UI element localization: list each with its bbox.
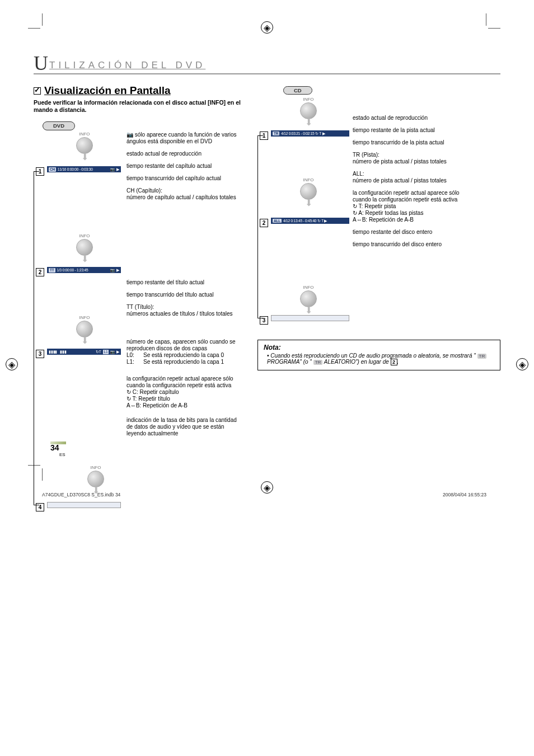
ref-step-2: 2 xyxy=(391,359,397,365)
callout-tt-elapsed: tiempo transcurrido del título actual xyxy=(127,292,244,298)
callout-cd-disc-remain: tiempo restante del disco entero xyxy=(353,229,470,236)
osd-bar-dvd-3: ▮▮▮▮ ▮▮▮ ↻TL1📷▶ xyxy=(47,349,121,355)
info-button-icon: INFO ⬇ xyxy=(300,97,317,126)
registration-mark-top xyxy=(261,21,273,34)
page-number: 34 ES xyxy=(50,442,66,457)
info-button-icon: INFO ⬇ xyxy=(76,233,93,262)
osd-bar-dvd-1: CH 11/16 0:00:00 - 0:03:30 📷▶ xyxy=(47,166,121,172)
callout-cd-disc-elapsed: tiempo transcurrido del disco entero xyxy=(353,241,470,248)
osd-bar-empty xyxy=(271,315,349,321)
repeat-icon: ↻ xyxy=(127,396,133,402)
osd-bar-cd-2: ALL 4/12 0:13:45 - 0:45:40 ↻ T ▶ xyxy=(271,218,349,224)
footer: A74GDUE_LD370SC8 S_ES.indb 34 2008/04/04… xyxy=(42,492,486,497)
callout-bitrate: indicación de la tasa de bits para la ca… xyxy=(127,417,244,437)
callout-ch-remain: tiempo restante del capítulo actual xyxy=(127,163,244,170)
callout-repeat: la configuración repetir actual aparece … xyxy=(127,375,244,409)
bitrate-icon: ▮▮▮▮ ▮▮▮ xyxy=(49,350,66,354)
callout-ch-elapsed: tiempo transcurrido del capítulo actual xyxy=(127,175,244,182)
callout-layer: número de capas, aparecen sólo cuando se… xyxy=(127,339,244,365)
angle-icon: 📷 xyxy=(110,167,115,172)
footer-filename: A74GDUE_LD370SC8 S_ES.indb 34 xyxy=(42,492,120,497)
section-title-text: TILIZACIÓN DEL DVD xyxy=(49,60,205,73)
callout-tt-remain: tiempo restante del título actual xyxy=(127,279,244,286)
repeat-icon: ↻ xyxy=(127,389,133,395)
intro-text: Puede verificar la información relaciona… xyxy=(34,99,246,114)
footer-timestamp: 2008/04/04 16:55:23 xyxy=(443,492,486,497)
callout-cd-tr: TR (Pista): número de pista actual / pis… xyxy=(353,152,470,165)
callout-cd-tr-elapsed: tiempo transcurrido de la pista actual xyxy=(353,139,470,146)
callout-angle: 📷 sólo aparece cuando la función de vari… xyxy=(127,132,244,145)
crop-mark xyxy=(488,28,500,29)
step-marker-3: 3 xyxy=(36,350,44,358)
tree-bracket xyxy=(257,135,260,318)
section-title: U TILIZACIÓN DEL DVD xyxy=(34,53,500,74)
crop-mark xyxy=(486,13,486,26)
callout-ch-number: CH (Capítulo): número de capítulo actual… xyxy=(127,187,244,201)
note-title: Nota: xyxy=(264,344,494,351)
info-button-icon: INFO ⬇ xyxy=(76,315,93,344)
callout-cd-all: ALL: número de pista actual / pistas tot… xyxy=(353,171,470,184)
cd-pill: CD xyxy=(283,86,312,95)
subsection-heading: Visualización en Pantalla xyxy=(34,84,246,97)
callout-tt-number: TT (Título): números actuales de títulos… xyxy=(127,304,244,317)
tr-pill: TR xyxy=(477,354,487,359)
osd-bar-cd-1: TR 4/12 0:03:21 - 0:02:15 ↻ T ▶ xyxy=(271,130,349,137)
callout-cd-repeat: la configuración repetir actual aparece … xyxy=(353,190,470,223)
tree-bracket xyxy=(34,171,36,505)
tr-pill: TR xyxy=(313,360,323,365)
checkbox-icon xyxy=(34,87,41,95)
note-box: Nota: Cuando está reproduciendo un CD de… xyxy=(257,340,500,370)
step-marker-2: 2 xyxy=(36,268,44,276)
info-button-icon: INFO ⬇ xyxy=(300,285,317,314)
osd-bar-dvd-2: TT 1/3 0:00:00 - 1:23:45 📷▶ xyxy=(47,267,121,273)
subsection-text: Visualización en Pantalla xyxy=(44,84,171,97)
step-marker-2: 2 xyxy=(260,219,268,227)
osd-bar-empty xyxy=(47,502,121,508)
registration-mark-right xyxy=(516,358,528,370)
callout-cd-status: estado actual de reproducción xyxy=(353,115,470,121)
info-button-icon: INFO ⬇ xyxy=(300,177,317,206)
angle-icon: 📷 xyxy=(127,132,135,138)
repeat-icon: ↻ xyxy=(353,203,359,209)
dvd-pill: DVD xyxy=(43,121,75,130)
callout-status: estado actual de reproducción xyxy=(127,151,244,157)
note-item: Cuando está reproduciendo un CD de audio… xyxy=(267,353,494,365)
repeat-icon: ↻ xyxy=(353,210,358,216)
info-button-icon: INFO ⬇ xyxy=(76,132,93,161)
callout-cd-tr-remain: tiempo restante de la pista actual xyxy=(353,127,470,134)
info-button-icon: INFO ⬇ xyxy=(87,465,104,494)
crop-mark xyxy=(42,13,43,26)
crop-mark xyxy=(28,28,40,29)
registration-mark-left xyxy=(6,358,18,370)
dropcap: U xyxy=(34,53,48,73)
